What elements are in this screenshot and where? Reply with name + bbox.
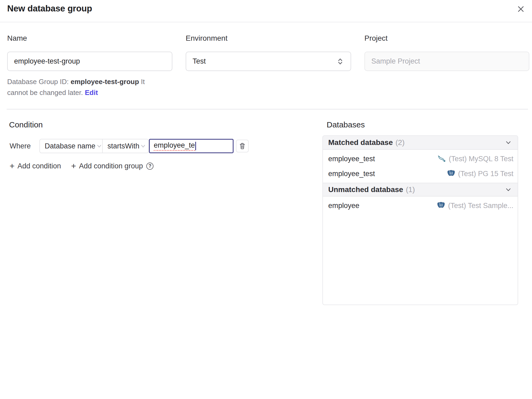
postgresql-icon bbox=[437, 201, 445, 210]
section-count: (1) bbox=[406, 185, 415, 194]
group-id-value: employee-test-group bbox=[70, 78, 139, 86]
environment-selected-value: Test bbox=[193, 57, 206, 65]
page-title: New database group bbox=[7, 3, 92, 14]
database-name: employee_test bbox=[328, 170, 375, 178]
database-instance: (Test) Test Sample... bbox=[437, 201, 513, 210]
project-label: Project bbox=[364, 34, 529, 43]
add-condition-button[interactable]: + Add condition bbox=[10, 162, 61, 170]
database-name: employee_test bbox=[328, 155, 375, 163]
section-title: Unmatched database bbox=[328, 185, 403, 194]
help-icon[interactable]: ? bbox=[146, 163, 153, 170]
chevron-down-icon bbox=[95, 142, 103, 150]
database-instance-label: (Test) MySQL 8 Test bbox=[449, 155, 513, 163]
new-database-group-dialog: New database group Name Environment Test… bbox=[0, 0, 532, 399]
condition-value-text: employee_te bbox=[154, 141, 195, 151]
environment-field-group: Environment Test bbox=[186, 34, 351, 43]
database-row: employee_test bbox=[323, 166, 518, 181]
database-row: employee bbox=[323, 198, 518, 213]
chevron-down-icon bbox=[504, 186, 512, 194]
unmatched-database-section-header[interactable]: Unmatched database (1) bbox=[323, 183, 518, 197]
environment-select[interactable]: Test bbox=[186, 52, 351, 71]
matched-database-list: employee_test bbox=[323, 150, 518, 183]
add-condition-group-label: Add condition group bbox=[79, 162, 143, 170]
dialog-header: New database group bbox=[0, 0, 532, 22]
condition-heading: Condition bbox=[9, 120, 43, 129]
section-title: Matched database bbox=[328, 138, 393, 147]
chevron-down-icon bbox=[504, 139, 512, 147]
trash-icon bbox=[238, 142, 246, 150]
mysql-icon bbox=[438, 155, 446, 163]
condition-factor-value: Database name bbox=[45, 142, 95, 150]
condition-value-input[interactable]: employee_te bbox=[149, 139, 234, 153]
close-button[interactable] bbox=[515, 3, 527, 15]
postgresql-icon bbox=[447, 169, 455, 178]
group-id-note: Database Group ID: employee-test-group I… bbox=[7, 76, 153, 98]
database-instance-label: (Test) PG 15 Test bbox=[458, 170, 513, 178]
name-label: Name bbox=[7, 34, 172, 43]
databases-heading: Databases bbox=[327, 120, 365, 129]
add-condition-label: Add condition bbox=[18, 162, 61, 170]
chevron-down-icon bbox=[139, 142, 147, 150]
name-field-group: Name bbox=[7, 34, 172, 43]
database-name: employee bbox=[328, 202, 359, 210]
close-icon bbox=[516, 5, 525, 14]
environment-label: Environment bbox=[186, 34, 351, 43]
condition-factor-select[interactable]: Database name bbox=[40, 139, 103, 153]
project-field-group: Project bbox=[364, 34, 529, 43]
condition-operator-select[interactable]: startsWith bbox=[103, 139, 150, 153]
add-condition-group-button[interactable]: + Add condition group ? bbox=[71, 162, 153, 170]
condition-row: Where Database name startsWith employee_… bbox=[10, 139, 249, 153]
database-row: employee_test bbox=[323, 151, 518, 166]
text-caret bbox=[195, 142, 196, 150]
database-instance-label: (Test) Test Sample... bbox=[448, 202, 513, 210]
matched-database-section-header[interactable]: Matched database (2) bbox=[323, 136, 518, 150]
project-input bbox=[364, 52, 529, 71]
where-label: Where bbox=[10, 142, 39, 150]
edit-group-id-link[interactable]: Edit bbox=[85, 89, 98, 97]
section-divider bbox=[7, 109, 528, 110]
condition-actions-row: + Add condition + Add condition group ? bbox=[10, 160, 153, 172]
group-id-note-prefix: Database Group ID: bbox=[7, 78, 70, 86]
condition-operator-value: startsWith bbox=[107, 142, 139, 150]
databases-panel: Matched database (2) employee_test bbox=[322, 135, 518, 305]
database-instance: (Test) PG 15 Test bbox=[447, 169, 513, 178]
unmatched-database-list: employee bbox=[323, 197, 518, 215]
section-count: (2) bbox=[396, 138, 405, 147]
plus-icon: + bbox=[10, 162, 15, 170]
select-updown-icon bbox=[336, 57, 344, 65]
database-instance: (Test) MySQL 8 Test bbox=[438, 155, 513, 163]
condition-selectors-group: Database name startsWith bbox=[39, 139, 149, 153]
delete-condition-button[interactable] bbox=[236, 140, 249, 152]
name-input[interactable] bbox=[7, 52, 172, 71]
plus-icon: + bbox=[71, 162, 76, 170]
